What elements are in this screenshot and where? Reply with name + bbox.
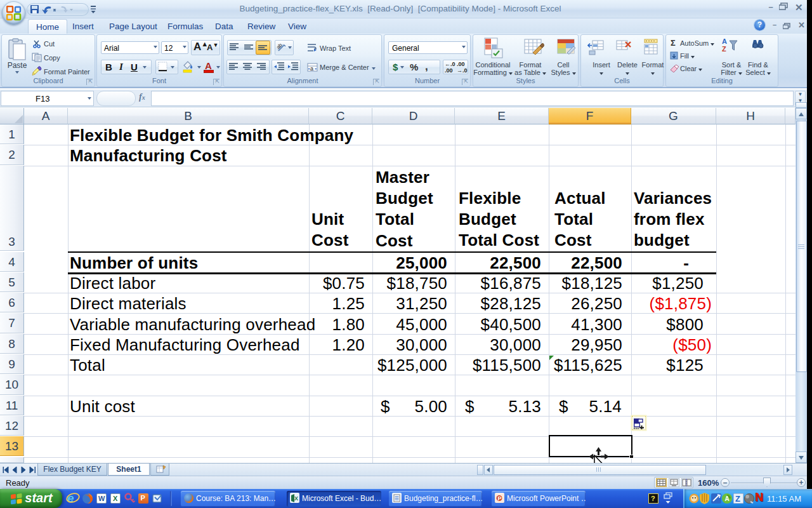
svg-text:A: A bbox=[725, 495, 730, 502]
svg-text:P: P bbox=[498, 495, 502, 502]
svg-text:a: a bbox=[310, 65, 313, 72]
svg-text:X: X bbox=[294, 495, 298, 502]
svg-text:Z: Z bbox=[735, 494, 740, 504]
svg-text:ab: ab bbox=[277, 42, 284, 50]
